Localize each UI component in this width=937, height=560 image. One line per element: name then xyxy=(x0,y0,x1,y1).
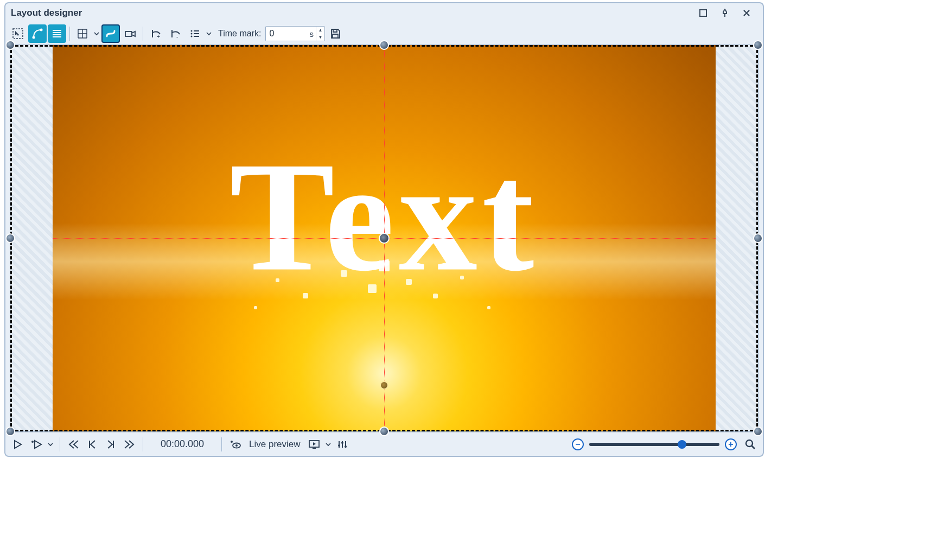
lines-tool-button[interactable] xyxy=(48,24,66,43)
svg-rect-0 xyxy=(700,10,706,16)
play-icon xyxy=(13,440,23,449)
vector-curve-icon xyxy=(31,27,44,40)
canvas-area[interactable]: Text xyxy=(10,44,758,432)
resize-handle-mid-right[interactable] xyxy=(753,233,763,243)
fit-screen-icon xyxy=(744,438,756,450)
go-end-button[interactable] xyxy=(121,436,137,453)
grid-dropdown[interactable] xyxy=(93,31,100,36)
zoom-slider[interactable] xyxy=(589,443,719,446)
svg-point-11 xyxy=(231,441,233,443)
resize-handle-bottom-left[interactable] xyxy=(5,427,15,436)
toolbar-separator xyxy=(143,27,143,41)
chevron-down-icon xyxy=(48,442,53,447)
titlebar: Layout designer xyxy=(5,3,763,23)
spin-up-icon[interactable]: ▲ xyxy=(316,27,324,34)
resize-handle-bottom-right[interactable] xyxy=(753,427,763,436)
levels-icon xyxy=(337,440,348,449)
play-from-cursor-button[interactable] xyxy=(28,436,44,453)
time-mark-field[interactable]: s ▲ ▼ xyxy=(265,26,325,41)
svg-text:-: - xyxy=(176,34,178,40)
time-mark-label: Time mark: xyxy=(218,29,261,39)
maximize-icon xyxy=(699,9,707,17)
maximize-button[interactable] xyxy=(692,5,714,21)
center-handle[interactable] xyxy=(379,233,390,244)
separator xyxy=(221,437,222,451)
go-start-button[interactable] xyxy=(66,436,82,453)
camera-icon xyxy=(124,27,137,40)
motion-path-button[interactable] xyxy=(101,24,120,43)
step-forward-icon xyxy=(106,440,116,449)
preview-window-button[interactable] xyxy=(306,436,322,453)
close-button[interactable] xyxy=(736,5,757,21)
motion-path-icon xyxy=(104,27,117,40)
separator xyxy=(60,437,60,451)
list-options-button[interactable] xyxy=(186,24,204,43)
svg-point-15 xyxy=(338,444,340,447)
step-forward-button[interactable] xyxy=(103,436,119,453)
video-scene[interactable]: Text xyxy=(53,45,716,431)
svg-point-8 xyxy=(191,33,193,35)
keyframe-in-button[interactable]: + xyxy=(146,24,165,43)
live-preview-toggle[interactable] xyxy=(227,436,244,453)
time-mark-unit: s xyxy=(309,29,316,39)
lines-icon xyxy=(50,27,63,40)
save-icon xyxy=(329,27,342,40)
plus-icon: + xyxy=(728,440,733,449)
close-icon xyxy=(742,9,751,17)
resize-handle-bottom-mid[interactable] xyxy=(379,427,389,436)
spin-down-icon[interactable]: ▼ xyxy=(316,34,324,41)
play-dropdown[interactable] xyxy=(47,442,54,447)
svg-point-10 xyxy=(31,441,34,443)
live-preview-label: Live preview xyxy=(249,439,301,450)
camera-tool-button[interactable] xyxy=(121,24,139,43)
selection-marquee-icon xyxy=(11,27,24,40)
go-start-icon xyxy=(68,440,79,449)
play-cursor-icon xyxy=(30,440,42,449)
keyframe-in-icon: + xyxy=(149,27,162,40)
preview-dropdown[interactable] xyxy=(324,442,332,447)
grid-icon xyxy=(76,27,89,40)
svg-point-17 xyxy=(345,446,347,448)
save-button[interactable] xyxy=(326,24,345,43)
eye-cursor-icon xyxy=(230,440,241,449)
zoom-controls: − + xyxy=(572,436,758,453)
monitor-play-icon xyxy=(308,440,320,449)
pin-button[interactable] xyxy=(714,5,736,21)
chevron-down-icon xyxy=(326,442,331,447)
svg-point-16 xyxy=(341,442,343,444)
pin-icon xyxy=(721,9,729,17)
window-title: Layout designer xyxy=(11,8,692,18)
keyframe-out-button[interactable]: - xyxy=(166,24,184,43)
go-end-icon xyxy=(124,440,135,449)
svg-point-9 xyxy=(191,36,193,37)
chevron-down-icon xyxy=(206,31,212,36)
svg-point-13 xyxy=(235,444,238,447)
zoom-fit-button[interactable] xyxy=(742,436,758,453)
resize-handle-mid-left[interactable] xyxy=(5,233,15,243)
resize-handle-top-left[interactable] xyxy=(5,40,15,50)
timecode-readout: 00:00.000 xyxy=(161,438,204,450)
zoom-slider-thumb[interactable] xyxy=(678,440,686,449)
zoom-out-button[interactable]: − xyxy=(572,438,584,450)
step-back-button[interactable] xyxy=(84,436,100,453)
levels-button[interactable] xyxy=(334,436,350,453)
play-button[interactable] xyxy=(10,436,26,453)
list-dropdown[interactable] xyxy=(205,31,213,36)
resize-handle-top-mid[interactable] xyxy=(379,40,389,50)
layout-designer-window: Layout designer xyxy=(4,2,764,457)
resize-handle-top-right[interactable] xyxy=(753,40,763,50)
chevron-down-icon xyxy=(94,31,99,36)
time-mark-spinner[interactable]: ▲ ▼ xyxy=(316,27,324,41)
step-back-icon xyxy=(87,440,97,449)
separator xyxy=(143,437,143,451)
anchor-handle[interactable] xyxy=(380,381,388,390)
list-icon xyxy=(188,27,201,40)
grid-toggle-button[interactable] xyxy=(73,24,92,43)
svg-text:+: + xyxy=(157,34,160,40)
zoom-in-button[interactable]: + xyxy=(725,438,737,450)
svg-point-7 xyxy=(191,30,193,32)
svg-rect-4 xyxy=(125,31,132,36)
vector-tool-button[interactable] xyxy=(28,24,47,43)
keyframe-out-icon: - xyxy=(169,27,182,40)
time-mark-input[interactable] xyxy=(266,27,309,41)
